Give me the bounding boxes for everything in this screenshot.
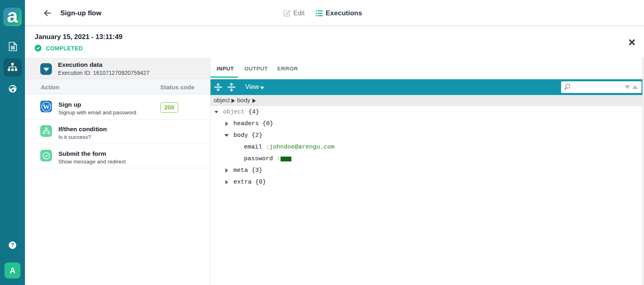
svg-text:W: W: [43, 102, 50, 110]
svg-text:?: ?: [11, 242, 14, 248]
